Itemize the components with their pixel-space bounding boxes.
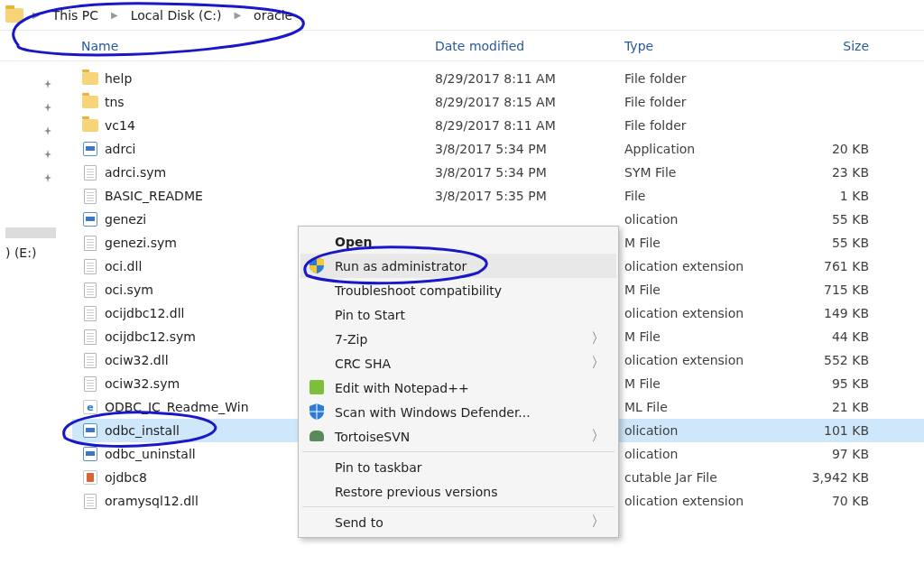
- file-date: 8/29/2017 8:11 AM: [435, 71, 624, 86]
- menu-label: Scan with Windows Defender...: [335, 405, 531, 420]
- file-row[interactable]: help8/29/2017 8:11 AMFile folder: [72, 67, 924, 90]
- jar-icon: [81, 468, 99, 486]
- file-size: 21 KB: [774, 400, 869, 414]
- file-type: File folder: [624, 95, 774, 109]
- file-name: BASIC_README: [105, 189, 435, 203]
- menu-notepadpp[interactable]: Edit with Notepad++: [300, 375, 616, 400]
- menu-crc[interactable]: CRC SHA〉: [300, 351, 616, 375]
- file-icon: [81, 375, 99, 393]
- file-size: 3,942 KB: [774, 470, 869, 485]
- menu-label: Pin to Start: [335, 308, 405, 322]
- menu-label: 7-Zip: [335, 332, 367, 347]
- pin-icon[interactable]: [0, 96, 72, 119]
- folder-icon: [81, 93, 99, 111]
- exe-icon: [81, 210, 99, 228]
- menu-label: CRC SHA: [335, 357, 391, 371]
- file-type: cutable Jar File: [624, 470, 774, 485]
- breadcrumb-seg-1[interactable]: Local Disk (C:): [127, 6, 226, 24]
- menu-7zip[interactable]: 7-Zip〉: [300, 327, 616, 351]
- file-icon: [81, 351, 99, 369]
- folder-icon: [5, 8, 23, 23]
- file-size: 55 KB: [774, 212, 869, 227]
- file-name: vc14: [105, 118, 435, 133]
- file-type: File: [624, 189, 774, 203]
- column-name[interactable]: Name: [81, 39, 435, 53]
- file-name: adrci: [105, 142, 435, 156]
- breadcrumb-seg-2[interactable]: oracle: [250, 6, 296, 24]
- breadcrumb[interactable]: ▶ This PC ▶ Local Disk (C:) ▶ oracle: [0, 0, 924, 31]
- file-row[interactable]: adrci3/8/2017 5:34 PMApplication20 KB: [72, 137, 924, 161]
- file-row[interactable]: tns8/29/2017 8:15 AMFile folder: [72, 90, 924, 114]
- file-type: ML File: [624, 400, 774, 414]
- chevron-right-icon[interactable]: ▶: [25, 10, 47, 20]
- file-date: 3/8/2017 5:34 PM: [435, 165, 624, 180]
- menu-troubleshoot[interactable]: Troubleshoot compatibility: [300, 278, 616, 302]
- file-type: olication: [624, 447, 774, 461]
- file-type: Application: [624, 142, 774, 156]
- sidebar-drive[interactable]: ) (E:): [5, 227, 72, 260]
- pin-icon[interactable]: [0, 72, 72, 96]
- menu-label: Troubleshoot compatibility: [335, 283, 502, 298]
- file-row[interactable]: BASIC_README3/8/2017 5:35 PMFile1 KB: [72, 184, 924, 208]
- menu-send-to[interactable]: Send to〉: [300, 510, 616, 534]
- menu-open[interactable]: Open: [300, 229, 616, 254]
- exe-icon: [81, 445, 99, 463]
- file-type: File folder: [624, 71, 774, 86]
- menu-pin-start[interactable]: Pin to Start: [300, 302, 616, 327]
- file-icon: [81, 492, 99, 510]
- file-size: 149 KB: [774, 306, 869, 320]
- file-type: M File: [624, 329, 774, 344]
- ie-icon: e: [81, 398, 99, 416]
- menu-separator: [302, 451, 614, 452]
- file-type: M File: [624, 282, 774, 297]
- file-size: 1 KB: [774, 189, 869, 203]
- chevron-right-icon[interactable]: ▶: [226, 10, 248, 20]
- menu-run-admin[interactable]: Run as administrator: [300, 254, 616, 278]
- column-size[interactable]: Size: [774, 39, 869, 53]
- file-icon: [81, 328, 99, 346]
- menu-label: TortoiseSVN: [335, 430, 410, 444]
- pin-icon[interactable]: [0, 143, 72, 166]
- pin-icon[interactable]: [0, 119, 72, 143]
- file-row[interactable]: adrci.sym3/8/2017 5:34 PMSYM File23 KB: [72, 161, 924, 184]
- file-date: 8/29/2017 8:11 AM: [435, 118, 624, 133]
- tortoise-icon: [308, 427, 326, 445]
- pin-icon[interactable]: [0, 166, 72, 190]
- file-size: 101 KB: [774, 423, 869, 438]
- chevron-right-icon[interactable]: ▶: [104, 10, 125, 20]
- file-type: M File: [624, 376, 774, 391]
- file-type: olication extension: [624, 494, 774, 508]
- sidebar: ) (E:): [0, 61, 72, 565]
- column-headers: Name Date modified Type Size: [0, 31, 924, 61]
- file-date: 3/8/2017 5:34 PM: [435, 142, 624, 156]
- column-type[interactable]: Type: [624, 39, 774, 53]
- menu-defender[interactable]: Scan with Windows Defender...: [300, 400, 616, 424]
- breadcrumb-seg-0[interactable]: This PC: [49, 6, 102, 24]
- file-date: 3/8/2017 5:35 PM: [435, 189, 624, 203]
- file-row[interactable]: vc148/29/2017 8:11 AMFile folder: [72, 114, 924, 137]
- menu-label: Open: [335, 235, 372, 249]
- file-type: M File: [624, 236, 774, 250]
- column-date[interactable]: Date modified: [435, 39, 624, 53]
- file-type: olication: [624, 212, 774, 227]
- menu-pin-taskbar[interactable]: Pin to taskbar: [300, 455, 616, 479]
- file-size: 715 KB: [774, 282, 869, 297]
- chevron-right-icon: 〉: [591, 427, 605, 446]
- drive-usage-bar: [5, 227, 56, 238]
- drive-label: ) (E:): [5, 245, 36, 260]
- file-size: 97 KB: [774, 447, 869, 461]
- menu-label: Send to: [335, 515, 383, 530]
- menu-tortoise[interactable]: TortoiseSVN〉: [300, 424, 616, 449]
- menu-label: Restore previous versions: [335, 485, 497, 499]
- exe-icon: [81, 140, 99, 158]
- file-type: olication extension: [624, 306, 774, 320]
- file-size: 23 KB: [774, 165, 869, 180]
- file-size: 761 KB: [774, 259, 869, 273]
- menu-label: Edit with Notepad++: [335, 381, 469, 395]
- file-name: adrci.sym: [105, 165, 435, 180]
- file-name: tns: [105, 95, 435, 109]
- file-icon: [81, 257, 99, 275]
- file-icon: [81, 234, 99, 252]
- menu-restore[interactable]: Restore previous versions: [300, 479, 616, 504]
- file-name: genezi: [105, 212, 435, 227]
